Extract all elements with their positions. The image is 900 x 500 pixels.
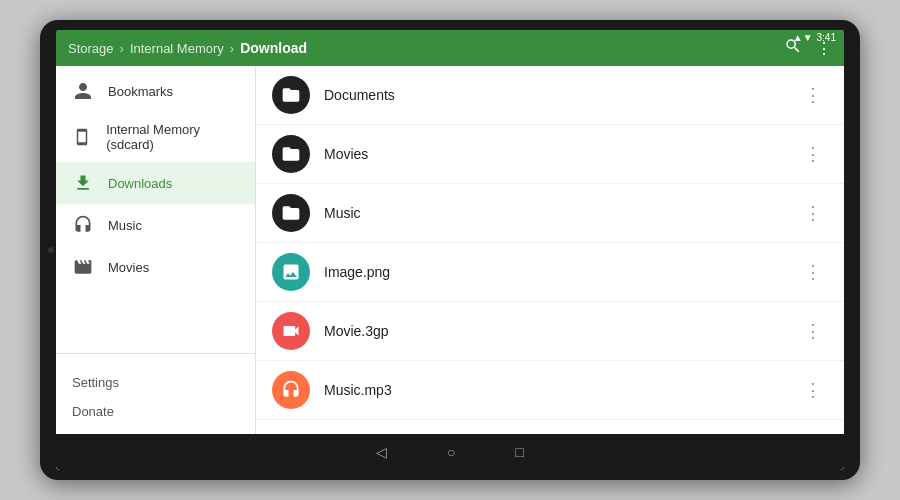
file-name: Documents bbox=[324, 87, 784, 103]
camera-dot bbox=[48, 247, 54, 253]
movie-icon bbox=[72, 256, 94, 278]
more-icon[interactable]: ⋮ bbox=[798, 141, 828, 167]
breadcrumb-sep-1: › bbox=[120, 41, 124, 56]
signal-icon: ▲▼ bbox=[793, 32, 813, 43]
sidebar-item-downloads[interactable]: Downloads bbox=[56, 162, 255, 204]
list-item[interactable]: Documents ⋮ bbox=[256, 66, 844, 125]
main-content: Bookmarks Internal Memory (sdcard) bbox=[56, 66, 844, 434]
image-file-icon bbox=[272, 253, 310, 291]
list-item[interactable]: Movie.3gp ⋮ bbox=[256, 302, 844, 361]
top-bar: Storage › Internal Memory › Download ⋮ bbox=[56, 30, 844, 66]
movies-label: Movies bbox=[108, 260, 149, 275]
tablet-screen: Storage › Internal Memory › Download ⋮ bbox=[56, 30, 844, 470]
tablet-device: ▲▼ 3:41 Storage › Internal Memory › Down… bbox=[40, 20, 860, 480]
settings-item[interactable]: Settings bbox=[72, 368, 239, 397]
sidebar: Bookmarks Internal Memory (sdcard) bbox=[56, 66, 256, 434]
folder-icon bbox=[272, 135, 310, 173]
bottom-nav: ◁ ○ □ bbox=[56, 434, 844, 470]
file-name: Music.mp3 bbox=[324, 382, 784, 398]
more-icon[interactable]: ⋮ bbox=[798, 259, 828, 285]
more-icon[interactable]: ⋮ bbox=[798, 82, 828, 108]
audio-file-icon bbox=[272, 371, 310, 409]
file-name: Image.png bbox=[324, 264, 784, 280]
bookmarks-label: Bookmarks bbox=[108, 84, 173, 99]
video-file-icon bbox=[272, 312, 310, 350]
recents-button[interactable]: □ bbox=[516, 444, 524, 460]
sidebar-divider bbox=[56, 353, 255, 354]
file-list: Documents ⋮ Movies ⋮ Music bbox=[256, 66, 844, 434]
sidebar-nav: Bookmarks Internal Memory (sdcard) bbox=[56, 70, 255, 347]
sidebar-item-internal-memory[interactable]: Internal Memory (sdcard) bbox=[56, 112, 255, 162]
breadcrumb-storage[interactable]: Storage bbox=[68, 41, 114, 56]
person-icon bbox=[72, 80, 94, 102]
breadcrumb-sep-2: › bbox=[230, 41, 234, 56]
sidebar-settings: Settings Donate bbox=[56, 360, 255, 434]
sidebar-item-movies[interactable]: Movies bbox=[56, 246, 255, 288]
back-button[interactable]: ◁ bbox=[376, 444, 387, 460]
status-bar: ▲▼ 3:41 bbox=[793, 32, 836, 43]
download-icon bbox=[72, 172, 94, 194]
list-item[interactable]: Music.mp3 ⋮ bbox=[256, 361, 844, 420]
internal-memory-label: Internal Memory (sdcard) bbox=[106, 122, 239, 152]
folder-icon bbox=[272, 76, 310, 114]
time-display: 3:41 bbox=[817, 32, 836, 43]
breadcrumb-internal-memory[interactable]: Internal Memory bbox=[130, 41, 224, 56]
breadcrumb: Storage › Internal Memory › Download bbox=[68, 40, 784, 56]
file-name: Movie.3gp bbox=[324, 323, 784, 339]
folder-icon bbox=[272, 194, 310, 232]
more-icon[interactable]: ⋮ bbox=[798, 377, 828, 403]
file-name: Music bbox=[324, 205, 784, 221]
list-item[interactable]: Music ⋮ bbox=[256, 184, 844, 243]
phone-icon bbox=[72, 126, 92, 148]
list-item[interactable]: Image.png ⋮ bbox=[256, 243, 844, 302]
music-label: Music bbox=[108, 218, 142, 233]
file-name: Movies bbox=[324, 146, 784, 162]
sidebar-item-bookmarks[interactable]: Bookmarks bbox=[56, 70, 255, 112]
donate-item[interactable]: Donate bbox=[72, 397, 239, 426]
breadcrumb-current: Download bbox=[240, 40, 307, 56]
sidebar-item-music[interactable]: Music bbox=[56, 204, 255, 246]
more-icon[interactable]: ⋮ bbox=[798, 318, 828, 344]
headphones-icon bbox=[72, 214, 94, 236]
home-button[interactable]: ○ bbox=[447, 444, 455, 460]
more-icon[interactable]: ⋮ bbox=[798, 200, 828, 226]
list-item[interactable]: Movies ⋮ bbox=[256, 125, 844, 184]
downloads-label: Downloads bbox=[108, 176, 172, 191]
